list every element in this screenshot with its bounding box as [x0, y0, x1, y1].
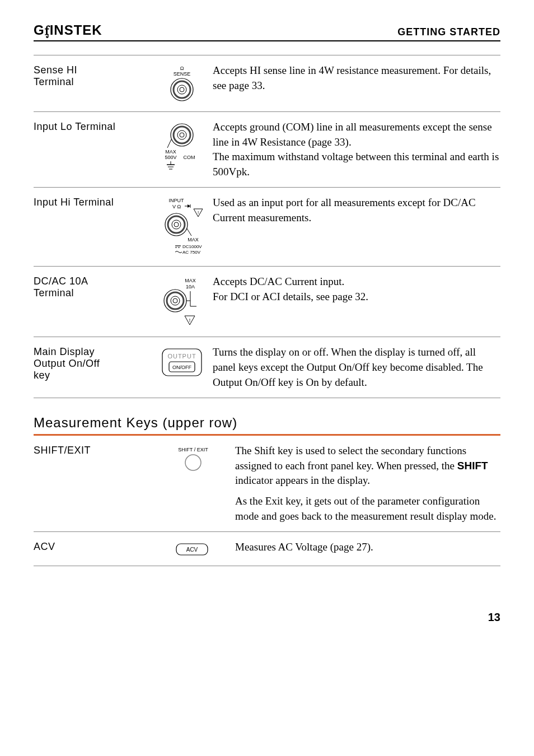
row-desc: Used as an input port for all measuremen… [213, 195, 500, 225]
svg-text:SENSE: SENSE [174, 71, 191, 77]
page-header: GᶂINSTEK GETTING STARTED [34, 22, 500, 41]
row-label: Input Hi Terminal [34, 195, 151, 208]
section-title-measurement-keys: Measurement Keys (upper row) [34, 415, 500, 436]
row-sense-hi: Sense HI Terminal Ω SENSE Accepts HI sen… [34, 55, 500, 112]
svg-text:ACV: ACV [186, 547, 198, 553]
svg-text:10A: 10A [186, 284, 195, 290]
row-desc: Measures AC Voltage (page 27). [235, 540, 500, 555]
acv-button-icon: ACV [151, 540, 235, 558]
svg-point-40 [171, 296, 180, 305]
svg-text:MAX: MAX [185, 278, 196, 283]
svg-point-27 [172, 220, 181, 229]
svg-point-39 [167, 292, 184, 309]
svg-marker-21 [188, 204, 190, 208]
svg-text:DC1000V: DC1000V [182, 244, 202, 249]
svg-text:MAX: MAX [165, 149, 176, 155]
row-acv: ACV ACV Measures AC Voltage (page 27). [34, 532, 500, 566]
row-label: Input Lo Terminal [34, 120, 151, 133]
svg-point-52 [185, 455, 201, 470]
svg-text:INPUT: INPUT [169, 198, 185, 203]
svg-text:!: ! [198, 210, 199, 215]
row-dcac-10a: DC/AC 10A Terminal MAX 10A ! Accepts DC/… [34, 267, 500, 337]
svg-point-4 [177, 85, 186, 94]
svg-text:Ω: Ω [180, 66, 184, 71]
svg-text:!: ! [189, 318, 191, 323]
shift-exit-icon: SHIFT / EXIT [151, 444, 235, 473]
row-shift-exit: SHIFT/EXIT SHIFT / EXIT The Shift key is… [34, 436, 500, 532]
row-desc: Accepts HI sense line in 4W resistance m… [213, 63, 500, 93]
svg-text:500V: 500V [165, 155, 176, 160]
row-label: SHIFT/EXIT [34, 444, 151, 456]
row-label: ACV [34, 540, 151, 553]
svg-line-29 [187, 228, 191, 236]
row-desc: Accepts DC/AC Current input. For DCI or … [213, 274, 500, 304]
row-input-lo: Input Lo Terminal MAX 500V COM Ac [34, 112, 500, 188]
svg-point-5 [180, 87, 184, 92]
svg-point-8 [177, 130, 186, 139]
svg-text:MAX: MAX [188, 237, 199, 242]
svg-text:COM: COM [184, 155, 195, 160]
input-hi-icon: INPUT V Ω ! MAX DC1000V [151, 195, 213, 258]
svg-text:ON/OFF: ON/OFF [172, 365, 191, 370]
sense-hi-icon: Ω SENSE [151, 63, 213, 104]
page-number: 13 [34, 611, 500, 624]
row-desc: The Shift key is used to select the seco… [235, 444, 500, 524]
svg-line-10 [167, 139, 171, 148]
svg-text:AC 750V: AC 750V [182, 250, 201, 255]
brand-logo: GᶂINSTEK [34, 22, 102, 38]
row-output-onoff: Main Display Output On/Off key OUTPUT ON… [34, 337, 500, 398]
input-lo-icon: MAX 500V COM [151, 120, 213, 174]
page-header-title: GETTING STARTED [397, 26, 500, 38]
svg-point-9 [180, 133, 184, 137]
row-label: Sense HI Terminal [34, 63, 151, 88]
row-desc: Turns the display on or off. When the di… [213, 345, 500, 390]
svg-point-3 [174, 81, 190, 98]
svg-text:SHIFT / EXIT: SHIFT / EXIT [178, 447, 208, 452]
output-onoff-icon: OUTPUT ON/OFF [151, 345, 213, 380]
row-label: DC/AC 10A Terminal [34, 274, 151, 299]
svg-point-7 [174, 127, 190, 143]
svg-point-28 [174, 222, 179, 227]
svg-point-26 [168, 216, 185, 233]
svg-text:V Ω: V Ω [172, 204, 181, 209]
row-input-hi: Input Hi Terminal INPUT V Ω ! MAX [34, 188, 500, 267]
dcac-10a-icon: MAX 10A ! [151, 274, 213, 329]
svg-point-41 [173, 298, 177, 303]
row-desc: Accepts ground (COM) line in all measure… [213, 120, 500, 179]
svg-text:OUTPUT: OUTPUT [167, 353, 196, 360]
row-label: Main Display Output On/Off key [34, 345, 151, 381]
